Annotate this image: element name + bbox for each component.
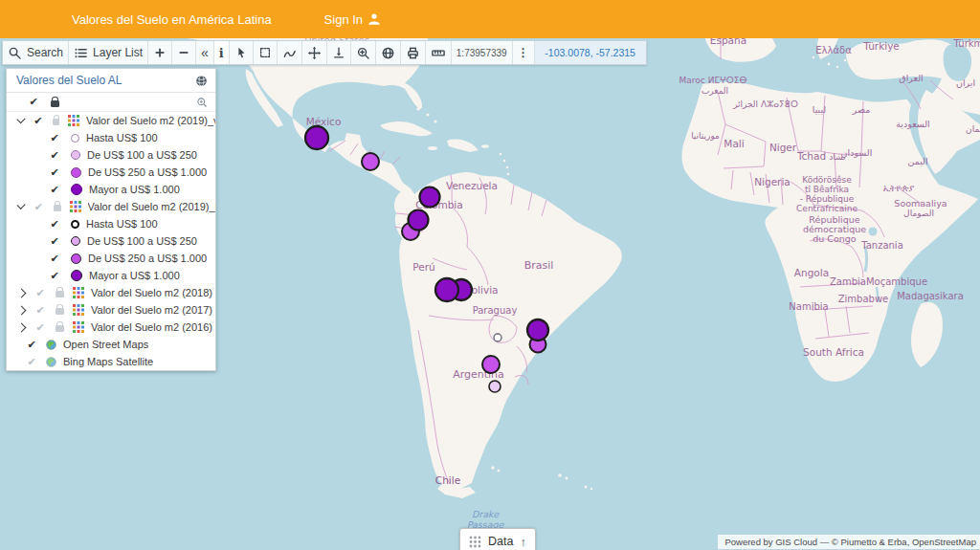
zoom-out-button[interactable] — [172, 41, 196, 64]
lock-all-icon[interactable] — [51, 100, 59, 107]
country-label: Tanzania — [860, 240, 903, 251]
country-label: الصومال — [903, 209, 934, 218]
legend-label: De US$ 250 a US$ 1.000 — [88, 166, 207, 178]
land-value-marker[interactable] — [527, 319, 548, 341]
zoom-in-button[interactable] — [148, 41, 172, 64]
globe-icon[interactable] — [195, 75, 208, 87]
full-extent-button[interactable] — [376, 41, 401, 64]
visibility-check-icon[interactable]: ✔ — [34, 288, 46, 298]
legend-row: ✔De US$ 250 a US$ 1.000 — [7, 164, 215, 181]
land-value-marker[interactable] — [420, 187, 440, 208]
visibility-check-icon[interactable]: ✔ — [33, 116, 43, 126]
app-title: Valores del Suelo en América Latina — [72, 12, 272, 27]
visibility-check-icon[interactable]: ✔ — [49, 219, 60, 230]
country-label: ኢትዮጵያ — [883, 183, 915, 193]
visibility-check-icon[interactable]: ✔ — [34, 322, 46, 333]
basemap-globe-icon — [46, 340, 56, 350]
measure-button[interactable] — [426, 41, 452, 64]
land-value-marker[interactable] — [435, 278, 458, 301]
layer-label[interactable]: Valor del Suelo m2 (2017) — [91, 304, 212, 316]
lock-icon[interactable] — [56, 291, 64, 297]
layer-label[interactable]: Valor del Suelo m2 (2019)_inst. — [88, 201, 215, 212]
country-label: Perú — [412, 261, 434, 273]
country-label: مصر — [852, 104, 871, 115]
legend-symbol — [71, 134, 79, 143]
land-value-marker[interactable] — [409, 210, 429, 231]
land-value-marker[interactable] — [362, 153, 379, 170]
app-header: Valores del Suelo en América Latina Sign… — [0, 0, 980, 38]
lock-icon[interactable] — [54, 205, 61, 211]
pointer-tool-button[interactable] — [230, 41, 254, 64]
legend-symbol — [71, 236, 80, 246]
visibility-check-icon[interactable]: ✔ — [49, 271, 60, 281]
visibility-check-icon[interactable]: ✔ — [49, 253, 60, 264]
more-options-button[interactable]: ⋮ — [513, 41, 535, 64]
chevron-down-icon[interactable] — [16, 115, 25, 123]
country-label: اليمن — [907, 156, 927, 166]
freehand-draw-button[interactable] — [278, 41, 302, 64]
legend-label: Mayor a US$ 1.000 — [89, 270, 180, 281]
basemap-label[interactable]: Open Street Maps — [63, 339, 148, 350]
country-label: Maroc ⵍⵎⵖⵔⵉⴱ — [679, 76, 747, 85]
zoom-to-area-button[interactable] — [351, 41, 376, 64]
visibility-check-icon[interactable]: ✔ — [26, 340, 37, 350]
grid-icon — [469, 536, 481, 548]
layer-symbology-icon — [73, 321, 84, 333]
pan-tool-button[interactable] — [302, 41, 327, 64]
legend-row: ✔Hasta US$ 100 — [7, 215, 215, 232]
visibility-check-icon[interactable]: ✔ — [33, 202, 43, 212]
country-label: tî Bêafrîka — [805, 185, 849, 194]
visibility-check-icon[interactable]: ✔ — [49, 236, 60, 247]
sign-in-button[interactable]: Sign In — [324, 12, 381, 27]
chevron-right-icon[interactable] — [17, 288, 27, 297]
land-value-marker[interactable] — [305, 126, 328, 149]
legend-symbol — [71, 253, 81, 264]
land-value-marker[interactable] — [482, 356, 500, 373]
visibility-check-icon[interactable]: ✔ — [49, 167, 60, 178]
visibility-check-icon[interactable]: ✔ — [49, 150, 60, 161]
layer-list-button[interactable]: Layer List — [69, 41, 148, 64]
visibility-check-icon[interactable]: ✔ — [26, 357, 37, 367]
layer-label[interactable]: Valor del Suelo m2 (2016) — [91, 321, 212, 333]
lock-icon[interactable] — [56, 308, 64, 315]
lock-icon[interactable] — [53, 119, 59, 125]
visibility-check-icon[interactable]: ✔ — [49, 133, 60, 143]
toggle-all-visibility-check-icon[interactable]: ✔ — [28, 97, 39, 107]
layer-panel-title: Valores del Suelo AL — [16, 74, 195, 87]
land-value-marker[interactable] — [494, 334, 501, 341]
country-label: Zambia — [830, 276, 866, 287]
basemap-label[interactable]: Bing Maps Satellite — [63, 356, 153, 367]
basemap-row: ✔Bing Maps Satellite — [7, 353, 215, 370]
country-label: Türkme — [953, 38, 980, 49]
lock-icon[interactable] — [56, 325, 64, 332]
zoom-to-layer-icon[interactable] — [196, 97, 208, 108]
basemap-row: ✔Open Street Maps — [7, 336, 215, 353]
country-label: Mali — [724, 138, 744, 149]
chevron-right-icon[interactable] — [17, 322, 27, 332]
collapse-toolbar-button[interactable]: « — [196, 41, 214, 64]
land-value-marker[interactable] — [489, 381, 501, 392]
visibility-check-icon[interactable]: ✔ — [34, 305, 46, 316]
data-button-label: Data — [488, 535, 513, 548]
legend-row: ✔De US$ 100 a US$ 250 — [7, 232, 215, 250]
layer-label[interactable]: Valor del Suelo m2 (2018) — [91, 287, 212, 298]
visibility-check-icon[interactable]: ✔ — [49, 185, 60, 195]
country-label: Zimbabwe — [838, 294, 889, 304]
print-button[interactable] — [401, 41, 426, 64]
country-label: Moçambique — [866, 276, 927, 287]
layer-symbology-icon — [68, 115, 79, 126]
chevron-right-icon[interactable] — [17, 305, 27, 315]
select-area-button[interactable] — [254, 41, 278, 64]
basemap-globe-icon — [46, 357, 56, 367]
layer-label[interactable]: Valor del Suelo m2 (2019)_volunt. — [86, 115, 215, 126]
layer-symbology-icon — [70, 201, 81, 212]
country-label: Ελλάδα — [815, 45, 852, 55]
search-button[interactable]: Search — [3, 41, 69, 64]
street-view-button[interactable] — [327, 41, 351, 64]
country-label: Madagasikara — [897, 291, 964, 301]
info-tool-button[interactable]: i — [214, 41, 230, 64]
layer-row: ✔ Valor del Suelo m2 (2018) — [7, 284, 215, 301]
data-grid-toggle-button[interactable]: Data ↑ — [459, 528, 536, 550]
legend-label: Hasta US$ 100 — [86, 132, 158, 143]
chevron-down-icon[interactable] — [16, 201, 25, 209]
